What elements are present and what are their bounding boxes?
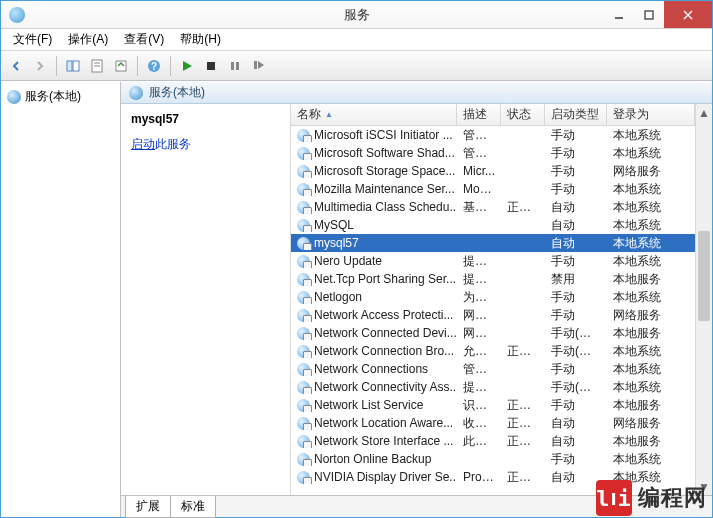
menu-view[interactable]: 查看(V)	[118, 29, 170, 50]
export-button[interactable]	[110, 55, 132, 77]
cell-logon: 本地系统	[607, 145, 695, 162]
col-name-label: 名称	[297, 106, 321, 123]
col-logon[interactable]: 登录为	[607, 104, 695, 125]
col-name[interactable]: 名称▲	[291, 104, 457, 125]
tree-root-item[interactable]: 服务(本地)	[3, 86, 118, 107]
table-row[interactable]: Network Connected Devi...网络...手动(触发...本地…	[291, 324, 695, 342]
cell-name: Norton Online Backup	[314, 452, 431, 466]
cell-startup: 手动	[545, 451, 607, 468]
table-row[interactable]: Network Connections管理...手动本地系统	[291, 360, 695, 378]
tree-root-label: 服务(本地)	[25, 88, 81, 105]
tab-extended[interactable]: 扩展	[125, 496, 171, 518]
cell-status: 正在...	[501, 433, 545, 450]
cell-name: Netlogon	[314, 290, 362, 304]
service-icon	[297, 327, 310, 340]
menu-action[interactable]: 操作(A)	[62, 29, 114, 50]
service-icon	[297, 201, 310, 214]
help-button[interactable]: ?	[143, 55, 165, 77]
table-row[interactable]: Microsoft Storage Space...Micr...手动网络服务	[291, 162, 695, 180]
toolbar-separator	[137, 56, 138, 76]
start-service-link[interactable]: 启动	[131, 137, 155, 151]
table-row[interactable]: Netlogon为用...手动本地系统	[291, 288, 695, 306]
table-row[interactable]: Norton Online Backup手动本地系统	[291, 450, 695, 468]
list-rows[interactable]: Microsoft iSCSI Initiator ...管理...手动本地系统…	[291, 126, 695, 495]
cell-desc: 提供 ...	[457, 379, 501, 396]
services-icon	[7, 90, 21, 104]
minimize-button[interactable]	[604, 1, 634, 28]
table-row[interactable]: Multimedia Class Schedu...基于 ...正在...自动本…	[291, 198, 695, 216]
content-area: 服务(本地) 服务(本地) mysql57 启动此服务 名称▲	[1, 81, 712, 517]
table-row[interactable]: Nero Update提供...手动本地系统	[291, 252, 695, 270]
cell-name: Mozilla Maintenance Ser...	[314, 182, 455, 196]
col-desc[interactable]: 描述	[457, 104, 501, 125]
titlebar: 服务	[1, 1, 712, 29]
col-desc-label: 描述	[463, 106, 487, 123]
forward-button[interactable]	[29, 55, 51, 77]
cell-desc: 收集...	[457, 415, 501, 432]
cell-status: 正在...	[501, 397, 545, 414]
col-status[interactable]: 状态	[501, 104, 545, 125]
show-hide-tree-button[interactable]	[62, 55, 84, 77]
back-button[interactable]	[5, 55, 27, 77]
service-icon	[297, 435, 310, 448]
cell-startup: 自动	[545, 469, 607, 486]
cell-logon: 本地系统	[607, 217, 695, 234]
pause-service-button[interactable]	[224, 55, 246, 77]
restart-service-button[interactable]	[248, 55, 270, 77]
table-row[interactable]: NVIDIA Display Driver Se...Prov...正在...自…	[291, 468, 695, 486]
tree-pane: 服务(本地)	[1, 82, 121, 517]
stop-service-button[interactable]	[200, 55, 222, 77]
cell-logon: 网络服务	[607, 307, 695, 324]
vertical-scrollbar[interactable]: ▲ ▼	[695, 104, 712, 495]
start-service-button[interactable]	[176, 55, 198, 77]
tab-standard[interactable]: 标准	[170, 496, 216, 518]
service-icon	[297, 381, 310, 394]
cell-startup: 自动	[545, 235, 607, 252]
table-row[interactable]: Network Connectivity Ass...提供 ...手动(触发..…	[291, 378, 695, 396]
svg-rect-1	[645, 11, 653, 19]
service-icon	[297, 147, 310, 160]
table-row[interactable]: Network Access Protecti...网络...手动网络服务	[291, 306, 695, 324]
scroll-down-button[interactable]: ▼	[696, 478, 712, 495]
table-row[interactable]: MySQL自动本地系统	[291, 216, 695, 234]
cell-status: 正在...	[501, 199, 545, 216]
panel-columns: mysql57 启动此服务 名称▲ 描述 状态 启动类型 登录为	[121, 104, 712, 495]
table-row[interactable]: Microsoft Software Shad...管理...手动本地系统	[291, 144, 695, 162]
cell-logon: 本地系统	[607, 361, 695, 378]
toolbar-separator	[170, 56, 171, 76]
col-startup-label: 启动类型	[551, 106, 599, 123]
svg-text:?: ?	[151, 61, 157, 72]
maximize-button[interactable]	[634, 1, 664, 28]
close-button[interactable]	[664, 1, 712, 28]
svg-marker-12	[183, 61, 192, 71]
col-startup[interactable]: 启动类型	[545, 104, 607, 125]
toolbar: ?	[1, 51, 712, 81]
table-row[interactable]: Microsoft iSCSI Initiator ...管理...手动本地系统	[291, 126, 695, 144]
table-row[interactable]: Network Location Aware...收集...正在...自动网络服…	[291, 414, 695, 432]
col-logon-label: 登录为	[613, 106, 649, 123]
cell-name: Microsoft iSCSI Initiator ...	[314, 128, 453, 142]
cell-logon: 本地系统	[607, 235, 695, 252]
properties-button[interactable]	[86, 55, 108, 77]
cell-startup: 自动	[545, 217, 607, 234]
menu-help[interactable]: 帮助(H)	[174, 29, 227, 50]
scroll-thumb[interactable]	[698, 231, 710, 321]
table-row[interactable]: mysql57自动本地系统	[291, 234, 695, 252]
table-row[interactable]: Network Connection Bro...允许 ...正在...手动(触…	[291, 342, 695, 360]
cell-logon: 本地服务	[607, 433, 695, 450]
cell-name: Network Connection Bro...	[314, 344, 454, 358]
service-icon	[297, 453, 310, 466]
sort-asc-icon: ▲	[325, 110, 333, 119]
table-row[interactable]: Net.Tcp Port Sharing Ser...提供...禁用本地服务	[291, 270, 695, 288]
cell-startup: 手动	[545, 397, 607, 414]
cell-desc: 网络...	[457, 307, 501, 324]
services-window: 服务 文件(F) 操作(A) 查看(V) 帮助(H) ? 服务(本地)	[0, 0, 713, 518]
table-row[interactable]: Network List Service识别...正在...手动本地服务	[291, 396, 695, 414]
scroll-up-button[interactable]: ▲	[696, 104, 712, 121]
menu-file[interactable]: 文件(F)	[7, 29, 58, 50]
scroll-track[interactable]	[696, 121, 712, 478]
cell-logon: 本地服务	[607, 325, 695, 342]
table-row[interactable]: Network Store Interface ...此服...正在...自动本…	[291, 432, 695, 450]
cell-logon: 本地系统	[607, 199, 695, 216]
table-row[interactable]: Mozilla Maintenance Ser...Moz...手动本地系统	[291, 180, 695, 198]
